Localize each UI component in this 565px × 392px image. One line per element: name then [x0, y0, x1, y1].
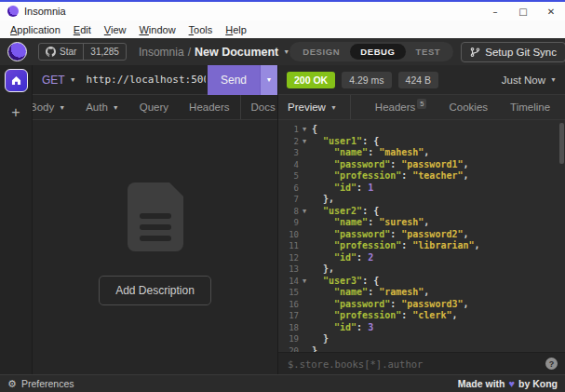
github-star-button[interactable]: Star [39, 44, 83, 60]
window-title: Insomnia [24, 6, 66, 17]
code-text: }, [310, 194, 334, 206]
code-text: { [310, 124, 317, 136]
fold-spacer [299, 345, 310, 353]
response-history-dropdown[interactable]: Just Now ▼ [502, 74, 557, 86]
code-text: "user3": { [310, 276, 379, 288]
fold-toggle-icon[interactable]: ▼ [299, 276, 310, 288]
add-description-button[interactable]: Add Description [99, 276, 211, 305]
response-tab-timeline[interactable]: Timeline [499, 95, 561, 119]
code-line: 9"name": "suresh", [278, 217, 565, 229]
git-branch-icon [470, 47, 480, 58]
request-tab-headers[interactable]: Headers [179, 95, 239, 119]
status-bar: ⚙ Preferences Made with ♥ by Kong [0, 374, 565, 392]
request-tab-query[interactable]: Query [129, 95, 179, 119]
code-line: 20} [278, 345, 565, 353]
code-text: "password": "password2", [310, 229, 469, 241]
insomnia-window: Insomnia – □ ✕ ApplicationEditViewWindow… [0, 0, 565, 392]
line-number: 17 [278, 310, 299, 322]
code-line: 17"profession": "clerk", [278, 310, 565, 322]
preferences-button[interactable]: Preferences [21, 378, 74, 389]
fold-toggle-icon[interactable]: ▼ [299, 206, 310, 218]
menu-item-help[interactable]: Help [219, 24, 253, 35]
line-number: 11 [278, 240, 299, 252]
response-tab-headers[interactable]: Headers5 [364, 95, 438, 119]
fold-spacer [299, 310, 310, 322]
menu-item-tools[interactable]: Tools [182, 24, 220, 35]
url-bar: GET ▼ Send ▼ [33, 65, 277, 95]
send-button[interactable]: Send [208, 65, 260, 95]
response-tab-cookies[interactable]: Cookies [437, 95, 499, 119]
send-button-group: Send ▼ [208, 65, 277, 95]
line-number: 15 [278, 287, 299, 299]
request-tab-body[interactable]: Body▼ [33, 95, 75, 119]
line-number: 1 [278, 124, 299, 136]
url-input[interactable] [85, 73, 208, 87]
code-line: 14▼"user3": { [278, 276, 565, 288]
gear-icon: ⚙ [7, 379, 17, 389]
chevron-down-icon: ▼ [330, 104, 337, 111]
headers-count-badge: 5 [417, 99, 426, 109]
line-number: 14 [278, 276, 299, 288]
line-number: 16 [278, 299, 299, 311]
github-star-widget[interactable]: Star 31,285 [38, 43, 127, 61]
code-line: 8▼"user2": { [278, 206, 565, 218]
fold-toggle-icon[interactable]: ▼ [299, 136, 310, 148]
menu-item-edit[interactable]: Edit [67, 24, 98, 35]
fold-spacer [299, 194, 310, 206]
fold-toggle-icon[interactable]: ▼ [299, 124, 310, 136]
scrollbar-thumb[interactable] [559, 123, 564, 164]
fold-spacer [299, 322, 310, 334]
send-dropdown-button[interactable]: ▼ [260, 65, 277, 95]
maximize-icon[interactable]: □ [509, 2, 537, 20]
line-number: 7 [278, 194, 299, 206]
method-selector[interactable]: GET [42, 74, 65, 87]
code-text: "name": "mahesh", [310, 147, 429, 159]
code-line: 6"id": 1 [278, 182, 565, 195]
app-icon [7, 6, 19, 17]
help-icon[interactable]: ? [545, 358, 558, 370]
minimize-icon[interactable]: – [481, 2, 509, 20]
made-with-kong: Made with ♥ by Kong [458, 378, 558, 389]
menu-item-application[interactable]: Application [4, 24, 67, 35]
home-button[interactable] [5, 69, 28, 92]
made-with-text: Made with [458, 378, 505, 389]
fold-spacer [299, 240, 310, 252]
code-text: "id": 2 [310, 252, 373, 264]
request-tab-docs[interactable]: Docs [240, 95, 277, 119]
response-tab-preview[interactable]: Preview▼ [278, 95, 351, 119]
response-filter-input[interactable] [286, 358, 540, 371]
code-text: "name": "ramesh", [310, 287, 429, 299]
response-filter-bar: ? [278, 352, 565, 374]
code-line: 1▼{ [278, 124, 565, 136]
line-number: 20 [278, 345, 299, 353]
code-line: 2▼"user1": { [278, 136, 565, 148]
close-icon[interactable]: ✕ [537, 2, 565, 20]
menu-item-window[interactable]: Window [132, 24, 182, 35]
mode-tab-design[interactable]: DESIGN [292, 44, 350, 60]
code-text: "id": 1 [310, 182, 373, 195]
code-line: 3"name": "mahesh", [278, 147, 565, 159]
response-meta-bar: 200 OK 4.29 ms 424 B Just Now ▼ [278, 65, 565, 95]
mode-tabs: DESIGNDEBUGTEST [289, 42, 453, 61]
request-tab-auth[interactable]: Auth▼ [75, 95, 129, 119]
request-body-pane: Add Description [33, 120, 277, 374]
menubar: ApplicationEditViewWindowToolsHelp [0, 20, 565, 38]
code-text: } [310, 345, 317, 353]
code-text: "password": "password1", [310, 159, 469, 171]
breadcrumb[interactable]: Insomnia / New Document ▼ [139, 46, 289, 59]
menu-item-view[interactable]: View [98, 24, 133, 35]
code-line: 5"profession": "teacher", [278, 170, 565, 182]
line-number: 6 [278, 182, 299, 195]
mode-tab-test[interactable]: TEST [406, 44, 451, 60]
code-line: 18"id": 3 [278, 322, 565, 334]
line-number: 4 [278, 159, 299, 171]
response-code: 1▼{2▼"user1": {3"name": "mahesh",4"passw… [278, 124, 565, 352]
setup-git-sync-button[interactable]: Setup Git Sync [461, 42, 565, 62]
mode-tab-debug[interactable]: DEBUG [350, 44, 405, 60]
add-workspace-button[interactable]: + [11, 104, 20, 121]
line-number: 18 [278, 322, 299, 334]
github-icon [46, 47, 56, 57]
star-count[interactable]: 31,285 [83, 44, 126, 60]
code-text: } [310, 333, 329, 345]
line-number: 10 [278, 229, 299, 241]
